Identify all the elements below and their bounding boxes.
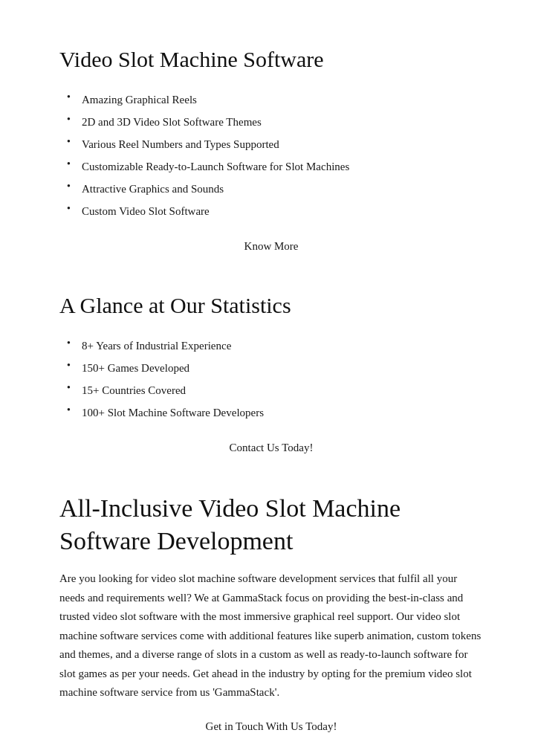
list-item: Various Reel Numbers and Types Supported [67, 133, 483, 155]
contact-us-link[interactable]: Contact Us Today! [230, 442, 314, 453]
section3-cta-container: Get in Touch With Us Today! [59, 717, 483, 735]
section-statistics: A Glance at Our Statistics 8+ Years of I… [59, 291, 483, 456]
section2-title: A Glance at Our Statistics [59, 291, 483, 320]
list-item: Customizable Ready-to-Launch Software fo… [67, 155, 483, 178]
list-item: Amazing Graphical Reels [67, 88, 483, 111]
list-item: Custom Video Slot Software [67, 200, 483, 222]
section3-title: All-Inclusive Video Slot Machine Softwar… [59, 492, 483, 558]
section3-description: Are you looking for video slot machine s… [59, 569, 483, 702]
list-item: 150+ Games Developed [67, 357, 483, 379]
list-item: 2D and 3D Video Slot Software Themes [67, 111, 483, 133]
section2-cta-container: Contact Us Today! [59, 439, 483, 456]
know-more-link[interactable]: Know More [244, 240, 299, 252]
list-item: 100+ Slot Machine Software Developers [67, 401, 483, 424]
list-item: 8+ Years of Industrial Experience [67, 335, 483, 357]
section-allinclusive: All-Inclusive Video Slot Machine Softwar… [59, 492, 483, 735]
get-in-touch-link[interactable]: Get in Touch With Us Today! [206, 720, 337, 732]
section1-cta-container: Know More [59, 237, 483, 255]
section2-bullet-list: 8+ Years of Industrial Experience 150+ G… [59, 335, 483, 424]
section1-title: Video Slot Machine Software [59, 45, 483, 74]
list-item: 15+ Countries Covered [67, 379, 483, 401]
section1-bullet-list: Amazing Graphical Reels 2D and 3D Video … [59, 88, 483, 222]
section-video-slot: Video Slot Machine Software Amazing Grap… [59, 45, 483, 255]
list-item: Attractive Graphics and Sounds [67, 178, 483, 200]
